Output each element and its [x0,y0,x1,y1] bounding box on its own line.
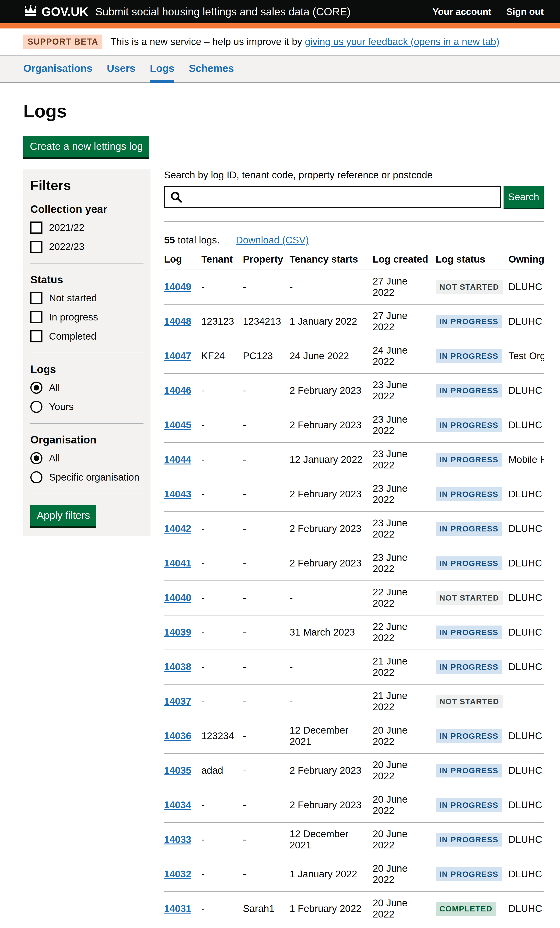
log-link[interactable]: 14031 [164,903,191,914]
log-id-cell: 14035 [164,753,201,788]
log-link[interactable]: 14034 [164,800,191,810]
property-cell: - [243,408,290,443]
tenant-cell: - [201,788,243,823]
log-id-cell: 14030 [164,926,201,928]
checkbox-label: Not started [49,293,97,304]
radio-control [31,382,43,394]
log-link[interactable]: 14035 [164,765,191,776]
log-link[interactable]: 14043 [164,488,191,499]
status-badge: IN PROGRESS [436,660,502,674]
property-cell: - [243,823,290,857]
checkbox-2022-23[interactable]: 2022/23 [31,241,143,253]
service-name-link[interactable]: Submit social housing lettings and sales… [95,5,351,18]
checkbox-completed[interactable]: Completed [31,330,143,342]
log-link[interactable]: 14042 [164,523,191,534]
owning-organisation-cell: DLUHC Test [508,615,544,650]
results-divider [164,221,544,222]
search-button[interactable]: Search [504,186,544,208]
log-id-cell: 14048 [164,304,201,339]
tab-schemes[interactable]: Schemes [189,55,234,82]
feedback-link[interactable]: giving us your feedback (opens in a new … [305,36,500,47]
log-created-cell: 20 June 2022 [372,753,436,788]
tenancy-starts-cell: 2 February 2023 [290,408,372,443]
log-status-cell: NOT STARTED [436,270,508,304]
log-link[interactable]: 14048 [164,316,191,327]
tenancy-starts-cell: - [290,270,372,304]
radio-logs-yours[interactable]: Yours [31,401,143,413]
checkbox-label: 2022/23 [49,241,84,252]
results-column: Search by log ID, tenant code, property … [164,169,544,928]
owning-organisation-cell: DLUHC Test [508,788,544,823]
checkbox-2021-22[interactable]: 2021/22 [31,221,143,234]
log-link[interactable]: 14036 [164,730,191,741]
table-row: 14047KF24PC12324 June 202224 June 2022IN… [164,339,544,374]
create-lettings-log-button[interactable]: Create a new lettings log [23,136,150,157]
table-row: 1404812312312342131 January 202227 June … [164,304,544,339]
log-link[interactable]: 14040 [164,592,191,603]
log-link[interactable]: 14049 [164,281,191,292]
tab-organisations[interactable]: Organisations [23,55,92,82]
tab-users[interactable]: Users [107,55,135,82]
tenant-cell: adad [201,753,243,788]
log-link[interactable]: 14039 [164,627,191,638]
download-csv-link[interactable]: Download (CSV) [236,235,309,246]
log-id-cell: 14033 [164,823,201,857]
tenant-cell: - [201,581,243,615]
log-link[interactable]: 14046 [164,385,191,396]
page-title: Logs [23,101,544,122]
tenancy-starts-cell: 31 March 2023 [290,615,372,650]
status-badge: IN PROGRESS [436,833,502,847]
log-status-cell: IN PROGRESS [436,823,508,857]
log-created-cell: 20 June 2022 [372,926,436,928]
owning-organisation-cell [508,684,544,719]
log-created-cell: 23 June 2022 [372,374,436,408]
table-row: 14039--31 March 202322 June 2022IN PROGR… [164,615,544,650]
log-link[interactable]: 14045 [164,420,191,430]
tenant-cell: 123234 [201,719,243,753]
sign-out-link[interactable]: Sign out [506,6,544,17]
log-link[interactable]: 14037 [164,696,191,707]
log-id-cell: 14042 [164,511,201,546]
log-link[interactable]: 14041 [164,558,191,569]
column-header-tenancy-starts: Tenancy starts [290,250,372,270]
checkbox-not-started[interactable]: Not started [31,292,143,304]
status-badge: IN PROGRESS [436,453,502,467]
results-summary: 55 total logs. Download (CSV) [164,235,544,246]
radio-organisation-all[interactable]: All [31,452,143,464]
checkbox-label: 2021/22 [49,222,84,233]
radio-organisation-specific[interactable]: Specific organisation [31,471,143,483]
search-input[interactable] [164,186,501,208]
tenant-cell: - [201,823,243,857]
govuk-header: GOV.UK Submit social housing lettings an… [0,0,560,29]
status-badge: IN PROGRESS [436,798,502,812]
owning-organisation-cell: DLUHC Test [508,857,544,891]
log-created-cell: 23 June 2022 [372,477,436,511]
your-account-link[interactable]: Your account [432,6,491,17]
table-row: 14045--2 February 202323 June 2022IN PRO… [164,408,544,443]
column-header-property: Property [243,250,290,270]
log-link[interactable]: 14044 [164,454,191,465]
govuk-logo-link[interactable]: GOV.UK [23,5,88,19]
property-cell: 1234213 [243,304,290,339]
log-link[interactable]: 14047 [164,350,191,361]
radio-control [31,452,43,464]
tab-logs[interactable]: Logs [150,55,174,82]
checkbox-in-progress[interactable]: In progress [31,311,143,323]
owning-organisation-cell: DLUHC Test [508,891,544,926]
primary-navigation: Organisations Users Logs Schemes [0,55,560,83]
log-created-cell: 20 June 2022 [372,891,436,926]
apply-filters-button[interactable]: Apply filters [31,505,96,526]
logs-table-body: 14049---27 June 2022NOT STARTEDDLUHC1404… [164,270,544,928]
phase-banner-text-before: This is a new service – help us improve … [110,36,305,47]
radio-control [31,471,43,483]
column-header-owning-organisation: Owning organisation [508,250,544,270]
log-link[interactable]: 14032 [164,868,191,879]
owning-organisation-cell: Mobile Housing [508,443,544,477]
radio-logs-all[interactable]: All [31,382,143,394]
log-link[interactable]: 14038 [164,661,191,672]
tenancy-starts-cell: 2 February 2023 [290,374,372,408]
tenancy-starts-cell: 1 February 2022 [290,891,372,926]
log-link[interactable]: 14033 [164,834,191,845]
log-created-cell: 20 June 2022 [372,719,436,753]
owning-organisation-cell: DLUHC Test [508,823,544,857]
